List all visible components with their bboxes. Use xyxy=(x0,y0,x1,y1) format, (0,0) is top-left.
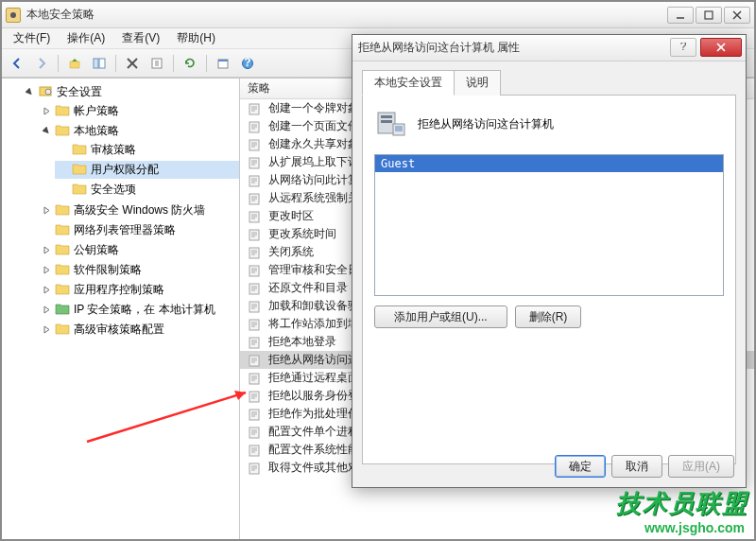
dialog-close-button[interactable] xyxy=(700,38,742,57)
tree-label: 安全设置 xyxy=(57,84,102,100)
help-button[interactable]: ? xyxy=(236,53,259,74)
svg-point-15 xyxy=(45,89,51,95)
svg-rect-33 xyxy=(249,410,259,420)
policy-name-label: 拒绝从网络访问这台计算机 xyxy=(418,116,554,132)
tree-item[interactable]: 用户权限分配 xyxy=(55,161,239,179)
maximize-button[interactable] xyxy=(696,7,722,24)
folder-icon xyxy=(55,123,70,139)
svg-rect-16 xyxy=(249,104,259,114)
menu-action[interactable]: 操作(A) xyxy=(60,28,112,48)
tree-item[interactable]: 审核策略 xyxy=(55,141,239,159)
list-item-label: 拒绝本地登录 xyxy=(268,334,336,350)
svg-rect-23 xyxy=(249,230,259,240)
properties-button[interactable] xyxy=(212,53,234,74)
nav-forward-button[interactable] xyxy=(30,53,53,74)
list-item-label: 关闭系统 xyxy=(268,244,314,260)
svg-text:?: ? xyxy=(680,43,687,52)
tree-item[interactable]: 高级安全 Windows 防火墙 xyxy=(38,201,239,219)
tree-item[interactable]: IP 安全策略，在 本地计算机 xyxy=(38,301,239,319)
properties-dialog: 拒绝从网络访问这台计算机 属性 ? 本地安全设置 说明 拒绝从网络访问这台计算机… xyxy=(352,34,747,488)
tree-item[interactable]: 本地策略 xyxy=(38,122,239,140)
server-icon xyxy=(374,107,408,141)
tree-item[interactable]: 网络列表管理器策略 xyxy=(38,221,239,239)
svg-rect-36 xyxy=(249,463,259,474)
svg-rect-19 xyxy=(249,158,259,168)
tab-panel: 拒绝从网络访问这台计算机 Guest 添加用户或组(U)... 删除(R) xyxy=(362,96,736,464)
svg-rect-26 xyxy=(249,284,259,294)
apply-button[interactable]: 应用(A) xyxy=(668,455,734,478)
policy-icon xyxy=(248,408,263,421)
up-button[interactable] xyxy=(63,53,86,74)
folder-icon xyxy=(72,162,87,178)
delete-button[interactable] xyxy=(121,53,144,74)
tab-explain[interactable]: 说明 xyxy=(454,70,501,96)
toolbar-separator xyxy=(115,55,116,72)
list-item-label: 还原文件和目录 xyxy=(268,280,348,296)
svg-rect-21 xyxy=(249,194,259,204)
policy-icon xyxy=(248,372,263,385)
dialog-titlebar: 拒绝从网络访问这台计算机 属性 ? xyxy=(352,35,746,61)
svg-rect-35 xyxy=(249,445,259,456)
tree-item[interactable]: 公钥策略 xyxy=(38,241,239,259)
tree-item[interactable]: 软件限制策略 xyxy=(38,261,239,279)
toolbar-separator xyxy=(58,55,59,72)
cancel-button[interactable]: 取消 xyxy=(611,455,662,478)
tree-pane[interactable]: 安全设置帐户策略本地策略审核策略用户权限分配安全选项高级安全 Windows 防… xyxy=(2,79,240,539)
folder-icon xyxy=(55,262,70,278)
folder-icon xyxy=(55,242,70,258)
policy-icon xyxy=(248,444,263,457)
tree-item[interactable]: 安全选项 xyxy=(55,181,239,199)
svg-rect-18 xyxy=(249,140,259,150)
folder-icon xyxy=(55,322,70,338)
listbox-item[interactable]: Guest xyxy=(375,155,723,172)
svg-rect-24 xyxy=(249,248,259,258)
export-button[interactable] xyxy=(146,53,168,74)
toolbar-separator xyxy=(173,55,174,72)
ok-button[interactable]: 确定 xyxy=(555,455,606,478)
tree-label: 帐户策略 xyxy=(74,103,119,119)
menu-help[interactable]: 帮助(H) xyxy=(169,28,223,48)
tree-item[interactable]: 应用程序控制策略 xyxy=(38,281,239,299)
policy-icon xyxy=(248,336,263,349)
list-item-label: 配置文件单个进程 xyxy=(268,424,359,440)
tree-item[interactable]: 高级审核策略配置 xyxy=(38,321,239,339)
refresh-button[interactable] xyxy=(179,53,201,74)
menu-file[interactable]: 文件(F) xyxy=(6,28,58,48)
svg-rect-20 xyxy=(249,176,259,186)
list-item-label: 将工作站添加到域 xyxy=(268,316,359,332)
tree-item[interactable]: 帐户策略 xyxy=(38,102,239,120)
remove-button[interactable]: 删除(R) xyxy=(515,305,582,328)
folder-icon xyxy=(72,182,87,198)
close-button[interactable] xyxy=(724,7,750,24)
menu-view[interactable]: 查看(V) xyxy=(114,28,167,48)
list-item-label: 创建永久共享对象 xyxy=(268,136,359,152)
minimize-button[interactable] xyxy=(667,7,694,24)
titlebar: 本地安全策略 xyxy=(2,2,754,28)
policy-icon xyxy=(248,282,263,295)
tree-label: 高级安全 Windows 防火墙 xyxy=(74,202,205,218)
policy-icon xyxy=(248,462,263,475)
list-item-label: 更改时区 xyxy=(268,208,314,224)
users-listbox[interactable]: Guest xyxy=(374,154,724,296)
svg-rect-31 xyxy=(249,374,259,384)
show-hide-tree-button[interactable] xyxy=(88,53,111,74)
dialog-help-button[interactable]: ? xyxy=(670,38,696,57)
tab-local-security[interactable]: 本地安全设置 xyxy=(362,70,455,96)
list-item-label: 更改系统时间 xyxy=(268,226,336,242)
svg-rect-48 xyxy=(395,126,403,131)
tree-label: 软件限制策略 xyxy=(74,262,142,278)
tree-root[interactable]: 安全设置 xyxy=(21,83,239,101)
tree-label: 安全选项 xyxy=(91,182,136,198)
policy-icon xyxy=(248,138,263,151)
policy-icon xyxy=(248,354,263,367)
policy-icon xyxy=(248,228,263,241)
svg-rect-22 xyxy=(249,212,259,222)
window-title: 本地安全策略 xyxy=(26,7,667,23)
dialog-footer: 确定 取消 应用(A) xyxy=(555,455,734,478)
toolbar-separator xyxy=(206,55,207,72)
nav-back-button[interactable] xyxy=(6,53,28,74)
add-user-button[interactable]: 添加用户或组(U)... xyxy=(374,305,507,328)
tree-label: 公钥策略 xyxy=(74,242,119,258)
tree-label: IP 安全策略，在 本地计算机 xyxy=(74,302,215,318)
policy-icon xyxy=(248,192,263,205)
